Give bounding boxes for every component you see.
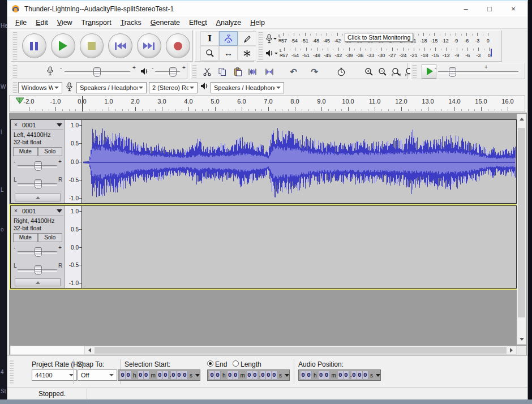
toolbar-grip[interactable]	[12, 82, 18, 93]
pan-slider-thumb[interactable]	[35, 179, 42, 189]
zoom-tool-button[interactable]	[200, 46, 219, 61]
gain-slider-thumb[interactable]	[35, 161, 42, 171]
selection-tool-button[interactable]: I	[200, 31, 219, 46]
close-track-button[interactable]: ×	[12, 121, 20, 129]
time-digit[interactable]: 0	[120, 371, 126, 379]
time-digit[interactable]: 0	[344, 371, 349, 379]
playback-device-select[interactable]: Speakers / Headphones (R	[211, 82, 284, 93]
time-digit[interactable]: 0	[163, 371, 169, 379]
menu-generate[interactable]: Generate	[151, 19, 180, 27]
end-radio-label[interactable]: End	[215, 360, 227, 368]
time-digit[interactable]: 0	[357, 371, 363, 379]
solo-button[interactable]: Solo	[38, 147, 63, 156]
mute-button[interactable]: Mute	[13, 233, 38, 242]
selection-end-field[interactable]: 00h00m00.000s	[207, 369, 290, 381]
meter-scale[interactable]: -57-54-51-48-45-42-39-36-33-30-27-24-21-…	[284, 46, 495, 60]
vertical-ruler[interactable]: 1.00.50.0-0.5-1.0	[65, 120, 82, 203]
collapse-track-button[interactable]	[15, 194, 61, 201]
time-digit[interactable]: 0	[363, 371, 368, 379]
zoom-out-button[interactable]	[375, 65, 390, 79]
time-digit[interactable]: 0	[338, 371, 344, 379]
toolbar-grip[interactable]	[192, 65, 197, 78]
selection-start-field[interactable]: 00h00m00.000s	[118, 369, 200, 381]
menu-tracks[interactable]: Tracks	[121, 19, 141, 27]
menu-file[interactable]: File	[15, 19, 27, 27]
horizontal-scroll-thumb[interactable]	[95, 347, 507, 354]
track-menu-caret-icon[interactable]	[57, 209, 62, 216]
paste-button[interactable]	[230, 65, 245, 79]
track-control-panel[interactable]: ×0001Left, 44100Hz32-bit floatMuteSolo-+…	[11, 120, 65, 203]
time-digit[interactable]: 0	[182, 371, 188, 379]
scroll-right-arrow[interactable]	[507, 346, 516, 354]
pause-button[interactable]	[22, 33, 46, 58]
solo-button[interactable]: Solo	[38, 233, 63, 242]
snap-to-select[interactable]: Off	[78, 369, 117, 381]
time-digit[interactable]: 0	[144, 371, 149, 379]
redo-button[interactable]: ↷	[307, 65, 322, 79]
track-control-panel[interactable]: ×0001Right, 44100Hz32-bit floatMuteSolo-…	[11, 206, 65, 288]
time-digit[interactable]: 0	[247, 371, 252, 379]
time-shift-tool-button[interactable]: ↔	[219, 46, 238, 61]
time-digit[interactable]: 0	[324, 371, 330, 379]
track-name[interactable]: 0001	[22, 122, 57, 128]
waveform-canvas[interactable]	[82, 120, 516, 203]
time-digit[interactable]: 0	[351, 371, 357, 379]
trim-audio-button[interactable]	[244, 65, 260, 79]
zoom-in-button[interactable]	[361, 65, 376, 79]
horizontal-scrollbar[interactable]	[84, 346, 517, 355]
chevron-down-icon[interactable]	[376, 374, 380, 379]
time-digit[interactable]: 0	[171, 371, 177, 379]
play-button[interactable]	[51, 33, 75, 58]
timeline-ruler[interactable]: -2.0-1.00.01.02.03.04.05.06.07.08.09.010…	[9, 95, 525, 112]
length-radio-label[interactable]: Length	[241, 360, 261, 368]
toolbar-grip[interactable]	[196, 32, 197, 60]
pan-slider-thumb[interactable]	[35, 265, 42, 275]
recording-device-select[interactable]: Speakers / Headphones (R	[76, 82, 147, 93]
toolbar-grip[interactable]	[412, 65, 417, 78]
envelope-tool-button[interactable]	[219, 31, 238, 46]
skip-to-start-button[interactable]	[108, 33, 132, 58]
time-digit[interactable]: 0	[177, 371, 182, 379]
collapse-track-button[interactable]	[15, 278, 61, 286]
track-menu-caret-icon[interactable]	[57, 123, 62, 130]
time-digit[interactable]: 0	[319, 371, 324, 379]
gain-slider-thumb[interactable]	[35, 247, 42, 257]
recording-channels-select[interactable]: 2 (Stereo) Reco	[149, 82, 198, 93]
menu-transport[interactable]: Transport	[81, 19, 111, 27]
mute-button[interactable]: Mute	[13, 147, 38, 156]
menu-help[interactable]: Help	[250, 19, 265, 27]
time-digit[interactable]: 0	[157, 371, 163, 379]
close-button[interactable]: ×	[501, 1, 525, 16]
time-digit[interactable]: 0	[228, 371, 233, 379]
time-digit[interactable]: 0	[260, 371, 266, 379]
time-digit[interactable]: 0	[266, 371, 272, 379]
time-digit[interactable]: 0	[272, 371, 277, 379]
silence-audio-button[interactable]	[261, 65, 277, 79]
draw-tool-button[interactable]	[238, 31, 256, 46]
title-bar[interactable]: Thunder-Lightning--AudacityFile-splitSte…	[7, 1, 527, 16]
menu-view[interactable]: View	[57, 19, 72, 27]
stopwatch-button[interactable]	[333, 65, 349, 79]
time-digit[interactable]: 0	[252, 371, 258, 379]
close-track-button[interactable]: ×	[12, 207, 20, 215]
audio-host-select[interactable]: Windows WAS	[18, 82, 62, 93]
chevron-down-icon[interactable]	[285, 374, 289, 379]
scroll-left-arrow[interactable]	[85, 346, 94, 354]
vertical-ruler[interactable]: 1.00.50.0-0.5-1.0	[65, 206, 82, 288]
undo-button[interactable]: ↶	[286, 65, 301, 79]
menu-edit[interactable]: Edit	[36, 19, 48, 27]
menu-effect[interactable]: Effect	[189, 19, 207, 27]
track-waveform-area[interactable]	[82, 206, 516, 288]
time-digit[interactable]: 0	[215, 371, 221, 379]
stop-button[interactable]	[80, 33, 104, 58]
time-digit[interactable]: 0	[233, 371, 239, 379]
toolbar-grip[interactable]	[12, 32, 18, 60]
scroll-up-arrow[interactable]	[517, 114, 526, 123]
cut-button[interactable]	[199, 65, 214, 79]
minimize-button[interactable]: –	[454, 1, 478, 16]
scroll-down-arrow[interactable]	[517, 335, 526, 344]
track-name[interactable]: 0001	[22, 208, 57, 214]
vertical-scroll-thumb[interactable]	[518, 128, 525, 317]
zoom-to-selection-button[interactable]	[388, 65, 404, 79]
recording-volume-slider-thumb[interactable]	[93, 67, 101, 77]
